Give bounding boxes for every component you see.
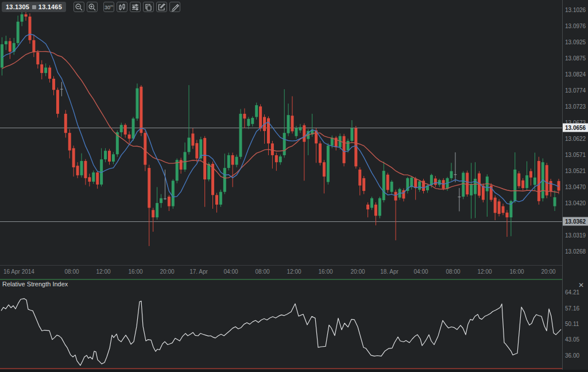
rsi-panel-title: Relative Strength Index xyxy=(2,281,68,287)
time-axis-label: 16 Apr 2014 xyxy=(3,269,34,275)
price-axis[interactable]: 13.102613.097613.092513.087513.082413.07… xyxy=(562,0,588,372)
candle xyxy=(486,174,489,217)
price-axis-label: 13.0925 xyxy=(565,39,586,45)
candle xyxy=(263,114,266,144)
edit-button[interactable] xyxy=(156,2,167,12)
candle xyxy=(76,162,79,178)
candle xyxy=(554,190,556,211)
candle xyxy=(537,157,540,205)
rsi-axis-label: 43.05 xyxy=(565,336,579,343)
candle xyxy=(28,13,31,44)
time-axis-label: 20:00 xyxy=(160,269,174,275)
candle xyxy=(227,153,230,171)
candle xyxy=(136,83,138,121)
rsi-axis-label: 57.16 xyxy=(565,305,579,311)
timeframe-button[interactable]: 30m xyxy=(103,2,114,12)
candle xyxy=(160,194,163,208)
candle xyxy=(422,179,425,193)
ask-price[interactable]: 13.1465 xyxy=(38,3,62,10)
chart-toolbar: 13.1305 13.1465 30m xyxy=(0,0,562,14)
price-axis-label: 13.0622 xyxy=(565,136,586,142)
copy-icon xyxy=(144,3,153,11)
candle xyxy=(124,124,127,138)
chart-type-button[interactable] xyxy=(117,2,127,12)
time-axis-label: 20:00 xyxy=(350,269,365,275)
candle xyxy=(251,116,254,126)
time-axis[interactable]: 16 Apr 201408:0012:0016:0020:0017. Apr04… xyxy=(0,265,562,279)
duplicate-button[interactable] xyxy=(143,2,154,12)
candle xyxy=(418,180,421,192)
close-icon[interactable]: ✕ xyxy=(577,281,586,290)
candle xyxy=(172,179,175,209)
zoom-out-button[interactable] xyxy=(74,2,84,12)
candle xyxy=(462,171,465,200)
rsi-axis-label: 36.00 xyxy=(565,352,579,358)
rsi-axis-label: 64.21 xyxy=(565,289,579,296)
zoom-in-button[interactable] xyxy=(87,2,98,12)
candle xyxy=(410,176,413,190)
candle xyxy=(219,190,222,207)
candle xyxy=(176,158,179,183)
timeframe-label: 30m xyxy=(105,4,113,10)
candle xyxy=(498,199,501,216)
candle xyxy=(184,143,187,172)
time-axis-label: 16:00 xyxy=(128,269,142,275)
candle xyxy=(390,180,393,194)
time-axis-label: 04:00 xyxy=(223,269,238,275)
sliders-icon xyxy=(131,3,140,11)
candle xyxy=(223,154,226,194)
time-axis-label: 12:00 xyxy=(287,269,301,275)
candle xyxy=(80,154,83,178)
candle xyxy=(88,174,91,186)
candle xyxy=(402,189,405,202)
price-axis-label: 13.1026 xyxy=(565,7,586,13)
time-axis-label: 16:00 xyxy=(509,269,524,275)
candle xyxy=(370,197,373,210)
price-axis-label: 13.0875 xyxy=(565,55,586,62)
candle xyxy=(362,176,365,194)
candle xyxy=(358,167,361,195)
price-axis-label: 13.0571 xyxy=(565,152,586,158)
candle xyxy=(303,124,305,181)
time-axis-label: 12:00 xyxy=(477,269,492,275)
quote-widget[interactable]: 13.1305 13.1465 xyxy=(2,2,66,12)
draw-button[interactable] xyxy=(169,2,180,12)
candle xyxy=(533,153,536,190)
time-axis-label: 12:00 xyxy=(96,269,110,275)
candle xyxy=(187,85,190,155)
candle xyxy=(44,63,47,76)
candle xyxy=(60,82,63,96)
candle xyxy=(335,136,338,151)
bid-price[interactable]: 13.1305 xyxy=(6,3,29,10)
candle xyxy=(271,141,274,168)
time-axis-label: 08:00 xyxy=(64,269,79,275)
candle xyxy=(505,210,508,237)
rsi-panel[interactable]: Relative Strength Index xyxy=(0,279,562,369)
candle xyxy=(40,60,43,79)
candle xyxy=(350,120,353,143)
edit-icon xyxy=(157,3,166,11)
rsi-canvas[interactable] xyxy=(0,279,562,369)
candle xyxy=(17,16,20,45)
candle xyxy=(104,148,107,162)
candle xyxy=(414,177,417,200)
candle xyxy=(9,38,11,59)
candle xyxy=(287,103,290,136)
candle xyxy=(100,148,103,187)
candle xyxy=(550,179,552,197)
candle xyxy=(454,152,457,182)
candle xyxy=(327,143,330,185)
candle xyxy=(275,153,278,171)
candle xyxy=(195,140,198,162)
candle xyxy=(458,188,461,211)
candle xyxy=(13,38,16,55)
price-chart-canvas[interactable] xyxy=(0,0,562,265)
candle xyxy=(235,155,238,167)
candle xyxy=(319,141,322,166)
candle xyxy=(546,163,548,198)
price-axis-label: 13.0976 xyxy=(565,23,586,29)
spread-indicator-icon xyxy=(32,5,36,9)
price-level-marker: 13.0656 xyxy=(563,124,588,132)
candle xyxy=(64,110,67,137)
indicators-button[interactable] xyxy=(130,2,141,12)
